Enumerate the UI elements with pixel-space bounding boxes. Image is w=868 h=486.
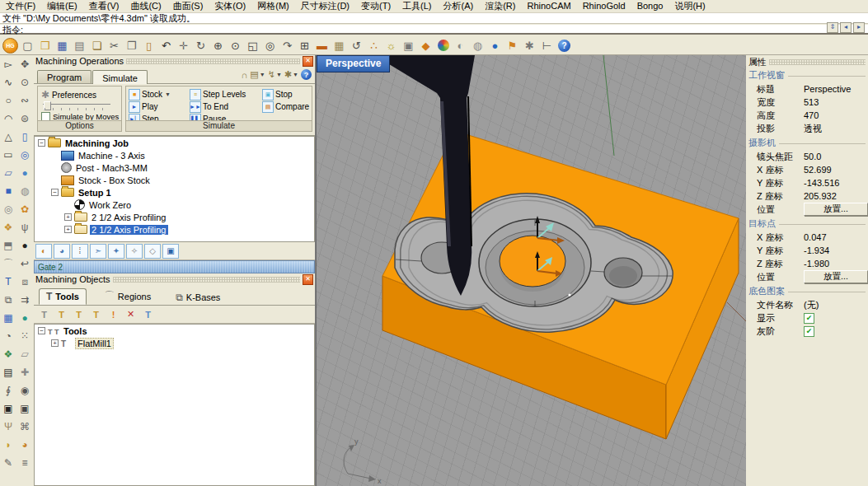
- flag-cone-button[interactable]: ⚑: [504, 37, 521, 54]
- clock-button[interactable]: ◔: [0, 327, 16, 345]
- tab-tools[interactable]: ΤTools: [39, 288, 87, 305]
- reel-button[interactable]: ◉: [16, 381, 33, 400]
- rhinocam-logo-button[interactable]: HG: [2, 37, 19, 54]
- tree-item[interactable]: −Machining Job: [35, 137, 314, 149]
- camera-2-button[interactable]: ▣: [16, 400, 33, 418]
- property-value[interactable]: (无): [804, 299, 868, 311]
- command-key-button[interactable]: ⌘: [16, 418, 33, 436]
- lock-button[interactable]: ▣: [400, 37, 417, 54]
- text-button[interactable]: T: [0, 273, 16, 291]
- sim-speed-button[interactable]: ➣: [90, 244, 106, 259]
- menu-item-10[interactable]: 工具(L): [396, 0, 437, 12]
- property-value[interactable]: 470: [804, 110, 868, 120]
- blob-button[interactable]: ✿: [16, 200, 33, 218]
- surface-green-button[interactable]: ❖: [0, 345, 16, 363]
- to-end-button[interactable]: ►►To End: [190, 100, 262, 113]
- place-button[interactable]: 放置...: [804, 270, 868, 283]
- menu-item-2[interactable]: 编辑(E): [41, 0, 83, 12]
- move-tool-button[interactable]: ✥: [16, 55, 33, 73]
- pencil-button[interactable]: ✎: [0, 454, 16, 472]
- named-views-button[interactable]: ∴: [365, 37, 382, 54]
- expander-plus-icon[interactable]: +: [64, 226, 72, 233]
- undo-button[interactable]: ↶: [157, 37, 175, 54]
- expander-plus-icon[interactable]: +: [51, 339, 59, 347]
- property-value[interactable]: -1.980: [804, 259, 868, 269]
- tree-item[interactable]: +2 1/2 Axis Profiling: [35, 211, 314, 223]
- extrude-button[interactable]: ⬒: [0, 236, 16, 255]
- wireframe-sphere-button[interactable]: ◍: [469, 37, 486, 54]
- property-value[interactable]: 52.699: [804, 165, 868, 175]
- zoom-extents-button[interactable]: ◎: [261, 37, 279, 54]
- box-button[interactable]: ■: [0, 182, 16, 200]
- menu-item-15[interactable]: Bongo: [631, 0, 669, 12]
- property-value[interactable]: 透视: [804, 123, 868, 135]
- block-button[interactable]: ⧉: [0, 291, 16, 309]
- tool-library-button[interactable]: T: [141, 308, 155, 321]
- zoom-button[interactable]: ⊕: [209, 37, 227, 54]
- expander-minus-icon[interactable]: −: [38, 139, 45, 147]
- dots-button[interactable]: ⁙: [16, 327, 33, 345]
- tab-simulate[interactable]: Simulate: [92, 70, 148, 84]
- step-moves-button[interactable]: ⁞: [72, 244, 88, 259]
- stop-button[interactable]: ▣Stop: [262, 88, 313, 100]
- dimension-button[interactable]: ⊢: [538, 37, 556, 54]
- clapper-button[interactable]: ▤: [0, 363, 16, 381]
- cut-button[interactable]: ✂: [106, 37, 123, 54]
- menu-item-1[interactable]: 文件(F): [0, 0, 41, 12]
- expander-minus-icon[interactable]: −: [38, 327, 45, 334]
- machine-setup-button[interactable]: ▤▼: [250, 69, 265, 80]
- save-file-button[interactable]: ▦: [54, 37, 71, 54]
- play-button[interactable]: ►Play: [129, 100, 190, 113]
- export-button[interactable]: ❏: [88, 37, 106, 54]
- stock-vis-button[interactable]: ▣: [162, 244, 179, 259]
- print-button[interactable]: ▤: [71, 37, 88, 54]
- arc-button[interactable]: ◠: [0, 110, 16, 128]
- select-tool-button[interactable]: T: [37, 308, 51, 321]
- lamp-button[interactable]: ☼: [382, 37, 400, 54]
- menu-item-9[interactable]: 变动(T): [355, 0, 396, 12]
- menu-item-5[interactable]: 曲面(S): [167, 0, 209, 12]
- menu-item-14[interactable]: RhinoGold: [577, 0, 631, 12]
- place-button[interactable]: 放置...: [804, 203, 868, 216]
- tab-k-bases[interactable]: ⧉K-Bases: [169, 290, 227, 305]
- pipe-button[interactable]: ∮: [0, 381, 16, 400]
- step-levels-button[interactable]: ≡Step Levels: [190, 88, 262, 100]
- expander-plus-icon[interactable]: +: [64, 213, 72, 221]
- simulate-material-button[interactable]: ◐: [35, 244, 52, 259]
- rotate-camera-button[interactable]: ↺: [348, 37, 365, 54]
- property-value[interactable]: 205.932: [804, 191, 868, 201]
- menu-item-7[interactable]: 网格(M): [251, 0, 295, 12]
- paint-button[interactable]: ◗: [0, 436, 16, 454]
- redo-view-button[interactable]: ↷: [279, 37, 296, 54]
- close-icon[interactable]: ✕: [303, 56, 313, 67]
- tree-item[interactable]: Work Zero: [35, 199, 314, 211]
- layers-button[interactable]: ≡: [16, 454, 33, 472]
- new-file-button[interactable]: ▢: [19, 37, 36, 54]
- tree-item[interactable]: −Setup 1: [35, 186, 314, 199]
- viewport-layout-button[interactable]: ⊞: [296, 37, 313, 54]
- render-preview-button[interactable]: ◐: [452, 37, 469, 54]
- mesh-button[interactable]: ▦: [0, 309, 16, 327]
- menu-item-12[interactable]: 渲染(R): [479, 0, 521, 12]
- ellipse-button[interactable]: ⊜: [16, 110, 33, 128]
- zoom-window-button[interactable]: ◱: [244, 37, 261, 54]
- simulate-machine-button[interactable]: ◕: [54, 244, 70, 259]
- arrows-button[interactable]: ⇉: [16, 291, 33, 309]
- save-cloud-button[interactable]: ∩: [241, 70, 247, 80]
- tree-item[interactable]: Stock - Box Stock: [35, 174, 314, 186]
- preferences-button[interactable]: ✱ Preferences: [41, 89, 121, 100]
- open-file-button[interactable]: ❒: [36, 37, 54, 54]
- delete-tool-button[interactable]: ✕: [124, 308, 138, 321]
- patch-button[interactable]: ❖: [0, 218, 16, 236]
- ball-teal-button[interactable]: ●: [16, 309, 33, 327]
- menu-item-6[interactable]: 实体(O): [209, 0, 251, 12]
- menu-item-8[interactable]: 尺寸标注(D): [295, 0, 355, 12]
- cylinder-button[interactable]: ▯: [16, 128, 33, 146]
- surface-button[interactable]: ▱: [0, 164, 16, 182]
- globe-button[interactable]: ●: [486, 37, 504, 54]
- circle-tangent-button[interactable]: ⊙: [16, 73, 33, 91]
- tree-item[interactable]: Machine - 3 Axis: [35, 149, 314, 161]
- pointer-button[interactable]: ▻: [0, 55, 16, 73]
- stock-button[interactable]: ■Stock▼: [129, 88, 190, 100]
- command-prompt[interactable]: 指令:: [0, 25, 868, 35]
